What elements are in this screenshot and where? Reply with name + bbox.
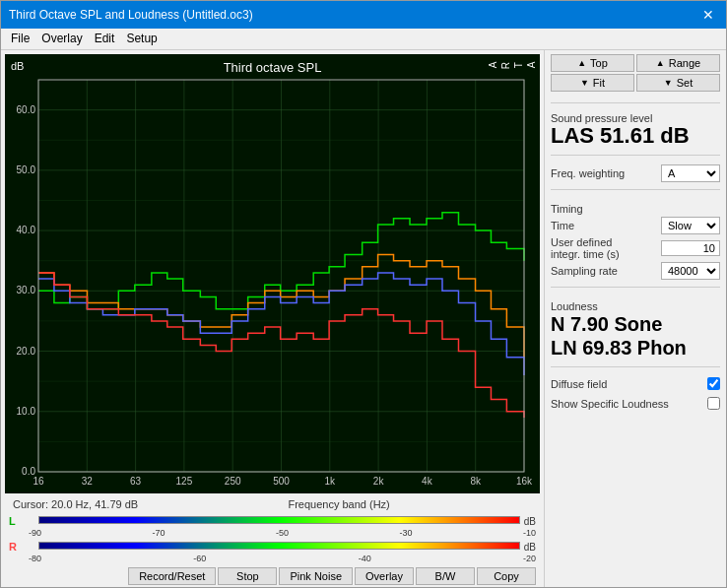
divider-4 [551,287,720,288]
menu-bar: File Overlay Edit Setup [1,29,726,50]
menu-edit[interactable]: Edit [89,31,121,47]
dbfs-section: L dB -90-70-50-30-10 R dB [5,511,540,565]
main-window: Third Octave SPL and Loudness (Untitled.… [0,0,727,588]
show-specific-row: Show Specific Loudness [551,397,720,410]
divider-2 [551,155,720,156]
menu-setup[interactable]: Setup [120,31,163,47]
time-label: Time [551,220,574,231]
sidebar: ▲Top ▲Range ▼Fit ▼Set Sound pressure lev… [544,50,726,587]
sidebar-nav: ▲Top ▲Range ▼Fit ▼Set [551,54,720,92]
time-select[interactable]: SlowFast [661,217,720,234]
loudness-section: Loudness N 7.90 Sone LN 69.83 Phon [551,298,720,359]
chart-area: Third octave SPL dB ARTA Cursor: 20.0 Hz… [1,50,544,587]
spl-section: Sound pressure level LAS 51.61 dB [551,110,720,148]
chart-arta: ARTA [487,62,538,69]
divider-1 [551,102,720,103]
timing-label: Timing [551,203,720,215]
spl-value: LAS 51.61 dB [551,124,720,148]
record-reset-button[interactable]: Record/Reset [128,567,216,585]
integr-time-row: User defined integr. time (s) [551,236,720,260]
set-button[interactable]: ▼Set [636,74,720,92]
divider-5 [551,366,720,367]
diffuse-field-label: Diffuse field [551,378,607,390]
fit-button[interactable]: ▼Fit [551,74,634,92]
menu-overlay[interactable]: Overlay [35,31,88,47]
freq-weighting-select[interactable]: ABCZ [661,164,720,182]
chart-title: Third octave SPL [5,60,540,75]
sampling-rate-label: Sampling rate [551,265,618,277]
top-up-button[interactable]: ▲Top [551,54,634,72]
timing-section: Timing Time SlowFast User defined integr… [551,201,720,280]
sampling-rate-select[interactable]: 441004800096000 [661,262,720,280]
pink-noise-button[interactable]: Pink Noise [279,567,353,585]
show-specific-label: Show Specific Loudness [551,398,669,410]
diffuse-field-checkbox[interactable] [707,377,720,390]
title-bar: Third Octave SPL and Loudness (Untitled.… [1,1,726,29]
dbfs-l-row: L dB [9,513,536,529]
range-up-button[interactable]: ▲Range [636,54,720,72]
cursor-info: Cursor: 20.0 Hz, 41.79 dB [9,497,142,511]
diffuse-field-row: Diffuse field [551,377,720,390]
user-defined-label: User defined [551,236,620,248]
chart-container: Third octave SPL dB ARTA [5,54,540,493]
time-row: Time SlowFast [551,217,720,234]
menu-file[interactable]: File [5,31,35,47]
integr-time-label: integr. time (s) [551,248,620,260]
loudness-label: Loudness [551,300,720,312]
freq-weighting-label: Freq. weighting [551,167,625,179]
loudness-n-value: N 7.90 Sone [551,312,720,336]
divider-3 [551,189,720,190]
freq-band-label: Frequency band (Hz) [288,498,389,510]
loudness-ln-value: LN 69.83 Phon [551,336,720,359]
sampling-rate-row: Sampling rate 441004800096000 [551,262,720,280]
main-content: Third octave SPL dB ARTA Cursor: 20.0 Hz… [1,50,726,587]
copy-button[interactable]: Copy [477,567,536,585]
close-button[interactable]: ✕ [698,7,718,23]
window-title: Third Octave SPL and Loudness (Untitled.… [9,8,253,22]
dbfs-r-row: R dB [9,539,536,555]
stop-button[interactable]: Stop [218,567,277,585]
integr-time-input[interactable] [661,240,720,256]
dbfs-l-label: L [9,515,36,527]
chart-canvas [5,54,540,493]
bw-button[interactable]: B/W [416,567,475,585]
xaxis-row: Cursor: 20.0 Hz, 41.79 dB Frequency band… [5,497,540,511]
dbfs-r-label: R [9,541,36,553]
show-specific-checkbox[interactable] [707,397,720,410]
freq-weighting-row: Freq. weighting ABCZ [551,164,720,182]
overlay-button[interactable]: Overlay [355,567,414,585]
chart-ylabel: dB [11,60,24,72]
bottom-buttons: Record/Reset Stop Pink Noise Overlay B/W… [5,565,540,587]
